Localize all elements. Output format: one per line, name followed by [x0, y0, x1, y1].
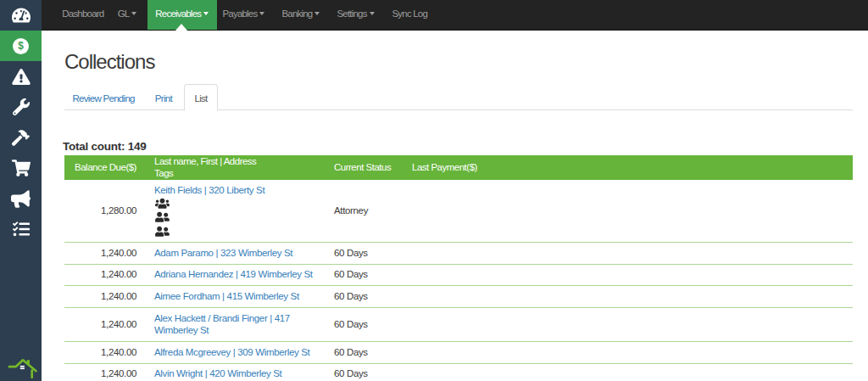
svg-text:$: $ [18, 39, 24, 51]
